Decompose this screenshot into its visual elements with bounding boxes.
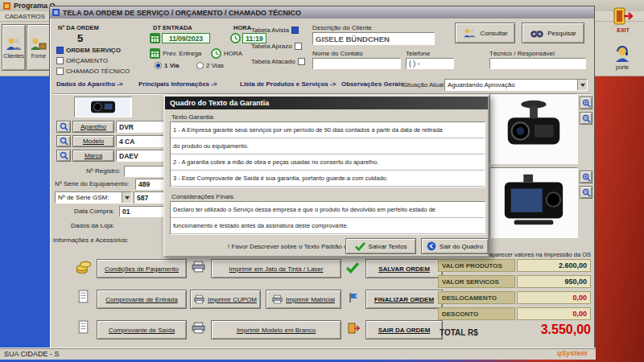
device-photo-thumbnail[interactable] <box>74 97 132 117</box>
consideracoes-textarea[interactable]: Declaro ter utilizado o Serviço dessa em… <box>170 201 485 235</box>
zoom-in-icon <box>582 99 591 108</box>
chevron-down-icon <box>122 192 131 203</box>
imprimir-matricial-button[interactable]: Imprimir Matricial <box>266 290 341 309</box>
checkbox-chamado-tecnico-box <box>56 68 64 75</box>
printer-icon <box>194 294 204 304</box>
printer-icon <box>192 322 205 334</box>
checkbox-tabela-aprazo[interactable]: Tabela Aprazo <box>251 43 302 50</box>
condicoes-pagamento-label: Condições de Pagamento <box>105 265 179 273</box>
valor-produtos-value: 2.600,00 <box>517 259 591 272</box>
toolbar-fornecedores-button[interactable]: Forne <box>27 24 51 71</box>
tecnico-input[interactable] <box>489 58 586 69</box>
via-1-label: 1 Via <box>164 62 180 69</box>
sair-quadro-button[interactable]: Sair do Quadro <box>421 238 489 254</box>
desconto-label: DESCONTO <box>438 307 515 320</box>
window-icon <box>52 9 60 16</box>
checkbox-tabela-atacado[interactable]: Tabela Atacado <box>251 58 305 65</box>
nome-contato-input[interactable] <box>312 58 401 69</box>
finalizar-ordem-label: FINALIZAR ORDEM <box>374 296 434 303</box>
situacao-select[interactable]: Aguardando Aprovação <box>444 79 588 91</box>
orcamento-label: ORÇAMENTO <box>66 57 108 64</box>
hora-label: HORA <box>233 24 251 31</box>
back-arrow-icon <box>427 241 436 251</box>
exit-icon <box>613 6 634 26</box>
comprovante-saida-button[interactable]: Comprovante de Saída <box>97 320 187 339</box>
salvar-textos-button[interactable]: Salvar Textos <box>345 238 416 254</box>
comprovante-entrada-label: Comprovante de Entrada <box>105 296 177 303</box>
tab-principais-informacoes[interactable]: Principais Informações -> <box>138 80 217 88</box>
checkbox-ordem-servico[interactable]: ORDEM SERVIÇO <box>56 47 121 54</box>
marca-value: DAEV <box>119 152 138 160</box>
checkbox-chamado-tecnico[interactable]: CHAMADO TÉCNICO <box>56 68 130 75</box>
salvar-ordem-button[interactable]: SALVAR ORDEM <box>365 259 443 278</box>
tab-dados-aparelho[interactable]: Dados do Aparelho -> <box>56 80 123 88</box>
calendar-icon <box>150 48 160 59</box>
marca-button[interactable]: Marca <box>72 150 114 162</box>
imprimir-cupom-button[interactable]: Imprimir CUPOM <box>190 290 261 309</box>
via-2-label: 2 Vias <box>206 62 224 69</box>
product-photo-2 <box>489 167 578 238</box>
sair-ordem-button[interactable]: SAIR DA ORDEM <box>365 320 443 339</box>
numero-ordem-label: Nº DA ORDEM <box>58 24 99 31</box>
aparelho-search-button[interactable] <box>56 121 71 133</box>
imprimir-matricial-label: Imprimir Matricial <box>286 296 335 303</box>
photo2-zoom-in-button[interactable] <box>580 171 592 183</box>
descricao-cliente-input[interactable]: GISELE BÜNDCHEN <box>312 32 435 45</box>
radio-1-via[interactable]: 1 Via <box>155 62 180 69</box>
consideracoes-finais-label: Considerações Finais <box>171 193 233 200</box>
aparelho-button[interactable]: Aparelho <box>72 121 114 133</box>
pesquisar-button[interactable]: Pesquisar <box>522 23 584 43</box>
clientes-label: Clientes <box>3 53 23 59</box>
condicoes-pagamento-button[interactable]: Condições de Pagamento <box>97 259 187 278</box>
checkbox-tabela-avista[interactable]: Tabela Avista <box>251 27 299 34</box>
status-city-text: SUA CIDADE - S <box>4 350 60 358</box>
toolbar-clientes-button[interactable]: Clientes <box>2 24 26 71</box>
modelo-search-button[interactable] <box>56 135 71 147</box>
dt-entrada-field[interactable]: 11/09/2023 <box>162 33 210 43</box>
marca-search-button[interactable] <box>56 150 71 162</box>
checkbox-orcamento-box <box>56 57 64 64</box>
valor-servicos-label: VALOR SERVICOS <box>438 275 515 288</box>
photo1-zoom-out-button[interactable] <box>580 112 592 125</box>
radio-2-vias-dot <box>196 62 204 69</box>
toolbar-exit-button[interactable]: EXIT <box>607 2 639 36</box>
consultar-button[interactable]: Consultar <box>455 23 515 43</box>
pesquisar-label: Pesquisar <box>547 30 576 37</box>
toolbar-suporte-button[interactable]: porte <box>604 40 641 74</box>
tab-lista-produtos-servicos[interactable]: Lista de Produtos e Serviços -> <box>240 80 336 88</box>
parent-statusbar: SUA CIDADE - S qSystem <box>0 348 596 360</box>
flag-icon <box>348 292 359 303</box>
serie-gsm-select[interactable]: Nº de Série GSM: <box>55 191 132 204</box>
serie-gsm-label: Nº de Série GSM: <box>58 194 109 201</box>
receipt-icon <box>77 320 89 334</box>
photo2-zoom-out-button[interactable] <box>580 186 592 199</box>
finalizar-ordem-button[interactable]: FINALIZAR ORDEM <box>365 290 443 309</box>
checkbox-orcamento[interactable]: ORÇAMENTO <box>56 57 108 64</box>
descricao-cliente-value: GISELE BÜNDCHEN <box>316 35 390 43</box>
zoom-in-icon <box>582 173 591 182</box>
binoculars-icon <box>530 28 544 39</box>
numero-ordem-value: 5 <box>77 32 83 44</box>
tab-observacoes-gerais[interactable]: Observações Gerais <box>341 80 403 88</box>
photo1-zoom-in-button[interactable] <box>580 97 592 109</box>
data-compra-value: 01 <box>122 208 130 216</box>
comprovante-saida-label: Comprovante de Saída <box>109 327 175 334</box>
modelo-button[interactable]: Modelo <box>72 135 114 147</box>
situacao-value: Aguardando Aprovação <box>448 81 515 88</box>
telefone-input[interactable]: ( ) - <box>406 58 454 69</box>
imprimir-jato-laser-button[interactable]: Imprimir em Jato de Tinta / Laser <box>211 259 341 278</box>
radio-2-vias[interactable]: 2 Vias <box>196 62 224 69</box>
menu-cadastros[interactable]: CADASTROS <box>5 13 45 20</box>
dt-entrada-label: DT ENTRADA <box>153 24 192 31</box>
garantia-dialog-titlebar[interactable]: Quadro do Texto da Garantia <box>165 97 488 109</box>
telefone-label: Telefone <box>406 50 430 57</box>
texto-garantia-textarea[interactable]: 1 - A Empresa garante seus serviços por … <box>170 121 485 187</box>
garantia-line-1: 1 - A Empresa garante seus serviços por … <box>171 122 485 138</box>
product-photo-1 <box>489 93 578 164</box>
comprovante-entrada-button[interactable]: Comprovante de Entrada <box>97 290 187 309</box>
exit-label: EXIT <box>617 27 630 33</box>
imprimir-modelo-branco-button[interactable]: Imprimir Modelo em Branco <box>211 320 341 339</box>
consideracoes-line-2: funcionamento e testado antes da assinat… <box>171 218 485 234</box>
window-titlebar[interactable]: TELA DA ORDEM DE SERVIÇO / ORÇAMENTO / C… <box>50 6 594 19</box>
prev-entrega-label: Prev. Entrega <box>163 50 201 57</box>
